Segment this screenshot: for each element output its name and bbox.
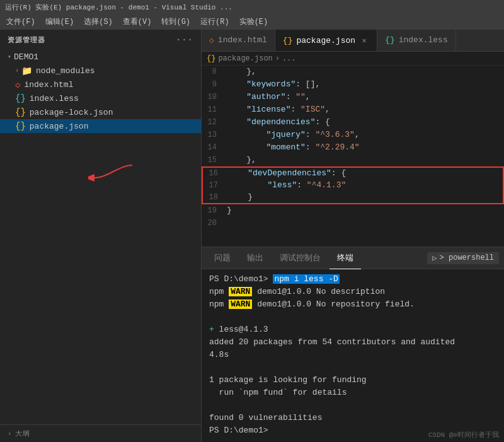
time-text: 4.8s xyxy=(209,350,229,359)
terminal-content: PS D:\demo1> npm i less -D npm WARN demo… xyxy=(202,269,504,442)
code-line-18: 18 } xyxy=(202,192,504,204)
tab-index-less[interactable]: {} index.less xyxy=(377,30,456,51)
line-number: 8 xyxy=(202,66,227,78)
terminal-line-5: + less@4.1.3 xyxy=(209,323,496,336)
code-area: 8 }, 9 "keywords": [], 10 "author": "", … xyxy=(202,66,504,247)
panel-tab-label: 调试控制台 xyxy=(280,252,321,264)
warn-text: demo1@1.0.0 No repository field. xyxy=(252,300,414,309)
sidebar-title: 资源管理器 xyxy=(8,35,45,45)
sidebar-outline[interactable]: › 大纲 xyxy=(0,424,201,442)
menu-edit[interactable]: 编辑(E) xyxy=(42,15,78,28)
terminal-prompt-end: PS D:\demo1> xyxy=(209,426,268,435)
sidebar-item-index-html[interactable]: ◇ index.html xyxy=(0,78,201,91)
code-line-11: 11 "license": "ISC", xyxy=(202,103,504,116)
sidebar-item-label: index.html xyxy=(24,80,73,90)
code-line-8: 8 }, xyxy=(202,66,504,78)
code-line-17: 17 "less": "^4.1.3" xyxy=(202,179,504,192)
line-content: } xyxy=(227,204,504,217)
sidebar-header-icons: ··· xyxy=(176,35,193,45)
sidebar-item-demo1[interactable]: ▾ DEMO1 xyxy=(0,50,201,64)
panel-tab-debug[interactable]: 调试控制台 xyxy=(272,247,328,269)
chevron-down-icon: ▾ xyxy=(8,53,11,61)
terminal-line-10: run `npm fund` for details xyxy=(209,387,496,399)
panel-tab-label: 输出 xyxy=(247,252,263,264)
panel-tab-label: 问题 xyxy=(214,252,231,264)
main-layout: 资源管理器 ··· ▾ DEMO1 › 📁 node_modules ◇ ind… xyxy=(0,30,504,442)
line-number: 12 xyxy=(202,116,227,129)
powershell-button[interactable]: ▷ > powershell xyxy=(427,252,499,264)
plus-sign: + xyxy=(209,325,214,334)
close-icon[interactable]: ✕ xyxy=(359,35,369,45)
tab-index-html[interactable]: ◇ index.html xyxy=(202,30,275,51)
tab-label: package.json xyxy=(296,36,355,45)
json-icon: {} xyxy=(15,107,26,117)
chevron-right-icon: › xyxy=(8,430,13,438)
terminal-command: npm i less -D xyxy=(273,274,339,284)
npm-prefix: npm xyxy=(209,300,229,309)
menu-run[interactable]: 运行(R) xyxy=(197,15,233,28)
code-line-13: 13 "jquery": "^3.6.3", xyxy=(202,129,504,141)
code-line-20: 20 xyxy=(202,217,504,230)
line-content: "dependencies": { xyxy=(227,116,504,129)
panel-tab-problems[interactable]: 问题 xyxy=(207,247,238,269)
sidebar-item-package-lock[interactable]: {} package-lock.json xyxy=(0,105,201,119)
breadcrumb-sep: › xyxy=(275,54,280,63)
chevron-right-icon: › xyxy=(15,67,19,74)
code-line-12: 12 "dependencies": { xyxy=(202,116,504,129)
code-line-10: 10 "author": "", xyxy=(202,91,504,103)
line-number: 18 xyxy=(203,191,228,204)
vuln-text: found 0 vulnerabilities xyxy=(209,413,322,422)
line-content: "jquery": "^3.6.3", xyxy=(227,129,504,141)
code-line-19: 19 } xyxy=(202,204,504,217)
line-number: 11 xyxy=(202,103,227,116)
line-content: "keywords": [], xyxy=(227,78,504,91)
tab-package-json[interactable]: {} package.json ✕ xyxy=(275,30,377,51)
menu-file[interactable]: 文件(F) xyxy=(3,15,39,28)
sidebar-item-node-modules[interactable]: › 📁 node_modules xyxy=(0,64,201,78)
breadcrumb-path: ... xyxy=(282,54,296,63)
panel-tab-terminal[interactable]: 终端 xyxy=(329,247,361,269)
sidebar-item-package-json[interactable]: {} package.json xyxy=(0,119,201,133)
tab-label: index.html xyxy=(218,35,267,45)
menu-goto[interactable]: 转到(G) xyxy=(158,15,194,28)
panel-tabs: 问题 输出 调试控制台 终端 ▷ > powershell xyxy=(202,247,504,269)
line-number: 16 xyxy=(203,167,228,180)
sidebar-item-index-less[interactable]: {} index.less xyxy=(0,91,201,105)
line-content: "license": "ISC", xyxy=(227,103,504,116)
code-line-16: 16 "devDependencies": { xyxy=(202,166,504,179)
titlebar-text: 运行(R) 实验(E) package.json - demo1 - Visua… xyxy=(5,3,232,12)
panel-tab-output[interactable]: 输出 xyxy=(239,247,271,269)
line-content: "devDependencies": { xyxy=(228,167,503,180)
sidebar-item-label: index.less xyxy=(30,94,79,103)
breadcrumb-file: package.json xyxy=(218,54,272,63)
terminal-icon: ▷ xyxy=(432,253,437,263)
line-number: 19 xyxy=(202,204,227,217)
added-text: added 20 packages from 54 contributors a… xyxy=(209,337,455,347)
html-icon: ◇ xyxy=(15,79,20,90)
terminal-line-6: added 20 packages from 54 contributors a… xyxy=(209,336,496,349)
line-number: 14 xyxy=(202,141,227,154)
line-content: "less": "^4.1.3" xyxy=(228,179,503,192)
run-text: run `npm fund` for details xyxy=(209,388,346,397)
sidebar-item-label: package-lock.json xyxy=(30,108,113,117)
line-content: }, xyxy=(227,154,504,166)
sidebar-item-label: package.json xyxy=(30,122,89,131)
menu-experiment[interactable]: 实验(E) xyxy=(236,15,272,28)
terminal-line-2: npm WARN demo1@1.0.0 No description xyxy=(209,286,496,298)
terminal-line-1: PS D:\demo1> npm i less -D xyxy=(209,273,496,286)
powershell-label: > powershell xyxy=(440,253,494,262)
line-number: 13 xyxy=(202,129,227,141)
panel-tab-label: 终端 xyxy=(337,252,353,264)
sidebar: 资源管理器 ··· ▾ DEMO1 › 📁 node_modules ◇ ind… xyxy=(0,30,202,442)
menu-view[interactable]: 查看(V) xyxy=(119,15,156,28)
warn-text: demo1@1.0.0 No description xyxy=(252,287,385,296)
line-number: 17 xyxy=(203,179,228,192)
less-icon: {} xyxy=(15,93,26,103)
menu-select[interactable]: 选择(S) xyxy=(80,15,117,28)
code-line-15: 15 }, xyxy=(202,154,504,166)
terminal-prompt: PS D:\demo1> xyxy=(209,274,273,284)
line-number: 9 xyxy=(202,78,227,91)
funding-text: 1 package is looking for funding xyxy=(209,375,367,385)
folder-icon: 📁 xyxy=(21,66,32,76)
terminal-line-7: 4.8s xyxy=(209,349,496,361)
